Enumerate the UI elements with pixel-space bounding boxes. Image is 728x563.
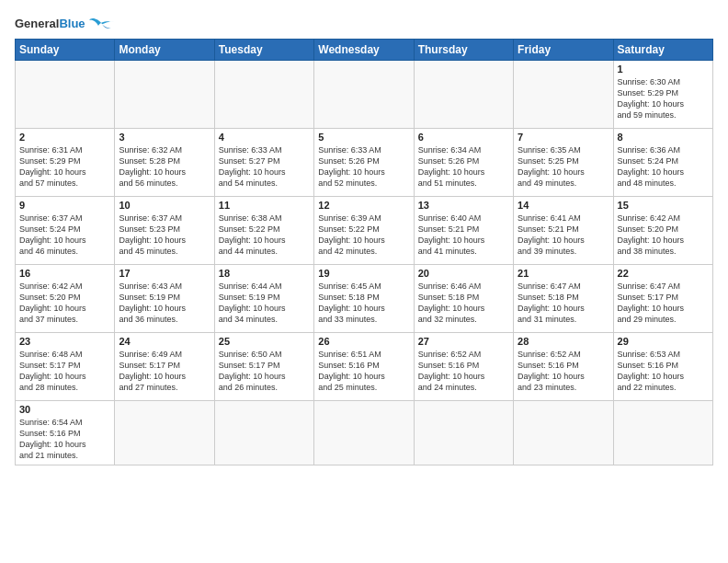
day-number: 10: [119, 200, 210, 211]
calendar-cell: 2Sunrise: 6:31 AM Sunset: 5:29 PM Daylig…: [16, 129, 115, 197]
calendar-cell: 3Sunrise: 6:32 AM Sunset: 5:28 PM Daylig…: [115, 129, 214, 197]
header: GeneralBlue: [15, 11, 713, 33]
day-number: 25: [219, 336, 310, 347]
day-info: Sunrise: 6:33 AM Sunset: 5:26 PM Dayligh…: [318, 144, 409, 190]
day-number: 22: [618, 268, 709, 279]
day-number: 30: [19, 404, 110, 415]
calendar-cell: 7Sunrise: 6:35 AM Sunset: 5:25 PM Daylig…: [514, 129, 613, 197]
logo-text: GeneralBlue: [15, 17, 85, 30]
calendar-week-row: 2Sunrise: 6:31 AM Sunset: 5:29 PM Daylig…: [16, 129, 713, 197]
calendar-cell: 6Sunrise: 6:34 AM Sunset: 5:26 PM Daylig…: [414, 129, 513, 197]
day-info: Sunrise: 6:30 AM Sunset: 5:29 PM Dayligh…: [618, 76, 709, 121]
calendar-cell: 9Sunrise: 6:37 AM Sunset: 5:24 PM Daylig…: [16, 197, 115, 265]
calendar-cell: [314, 401, 414, 465]
day-number: 8: [618, 132, 709, 143]
day-info: Sunrise: 6:45 AM Sunset: 5:18 PM Dayligh…: [318, 281, 409, 326]
logo: GeneralBlue: [15, 11, 115, 33]
calendar-week-row: 16Sunrise: 6:42 AM Sunset: 5:20 PM Dayli…: [16, 265, 713, 333]
col-header-thursday: Thursday: [414, 40, 513, 61]
day-info: Sunrise: 6:46 AM Sunset: 5:18 PM Dayligh…: [418, 281, 509, 326]
day-number: 9: [19, 200, 110, 211]
calendar-cell: 21Sunrise: 6:47 AM Sunset: 5:18 PM Dayli…: [514, 265, 613, 333]
day-number: 2: [19, 132, 110, 143]
day-number: 28: [518, 336, 609, 347]
col-header-monday: Monday: [115, 40, 214, 61]
calendar-cell: 17Sunrise: 6:43 AM Sunset: 5:19 PM Dayli…: [115, 265, 214, 333]
day-number: 13: [418, 200, 509, 211]
calendar: SundayMondayTuesdayWednesdayThursdayFrid…: [15, 39, 713, 465]
calendar-cell: [214, 61, 313, 129]
calendar-cell: 24Sunrise: 6:49 AM Sunset: 5:17 PM Dayli…: [115, 333, 214, 401]
day-info: Sunrise: 6:40 AM Sunset: 5:21 PM Dayligh…: [418, 213, 509, 258]
day-info: Sunrise: 6:33 AM Sunset: 5:27 PM Dayligh…: [219, 144, 310, 190]
col-header-sunday: Sunday: [16, 40, 115, 61]
calendar-cell: 20Sunrise: 6:46 AM Sunset: 5:18 PM Dayli…: [414, 265, 513, 333]
day-info: Sunrise: 6:47 AM Sunset: 5:17 PM Dayligh…: [618, 281, 709, 326]
calendar-cell: [613, 401, 712, 465]
calendar-cell: 10Sunrise: 6:37 AM Sunset: 5:23 PM Dayli…: [115, 197, 214, 265]
calendar-cell: [115, 61, 214, 129]
day-info: Sunrise: 6:43 AM Sunset: 5:19 PM Dayligh…: [119, 281, 210, 326]
day-number: 20: [418, 268, 509, 279]
day-info: Sunrise: 6:44 AM Sunset: 5:19 PM Dayligh…: [219, 281, 310, 326]
day-info: Sunrise: 6:35 AM Sunset: 5:25 PM Dayligh…: [518, 144, 609, 190]
calendar-cell: 15Sunrise: 6:42 AM Sunset: 5:20 PM Dayli…: [613, 197, 712, 265]
calendar-cell: 14Sunrise: 6:41 AM Sunset: 5:21 PM Dayli…: [514, 197, 613, 265]
day-number: 3: [119, 132, 210, 143]
day-number: 7: [518, 132, 609, 143]
col-header-tuesday: Tuesday: [214, 40, 313, 61]
day-info: Sunrise: 6:39 AM Sunset: 5:22 PM Dayligh…: [318, 213, 409, 258]
day-number: 29: [618, 336, 709, 347]
day-info: Sunrise: 6:34 AM Sunset: 5:26 PM Dayligh…: [418, 144, 509, 190]
day-info: Sunrise: 6:42 AM Sunset: 5:20 PM Dayligh…: [618, 213, 709, 258]
calendar-header-row: SundayMondayTuesdayWednesdayThursdayFrid…: [16, 40, 713, 61]
calendar-cell: 13Sunrise: 6:40 AM Sunset: 5:21 PM Dayli…: [414, 197, 513, 265]
calendar-cell: [115, 401, 214, 465]
day-number: 19: [318, 268, 409, 279]
day-info: Sunrise: 6:52 AM Sunset: 5:16 PM Dayligh…: [418, 349, 509, 394]
calendar-week-row: 30Sunrise: 6:54 AM Sunset: 5:16 PM Dayli…: [16, 401, 713, 465]
day-number: 18: [219, 268, 310, 279]
day-info: Sunrise: 6:49 AM Sunset: 5:17 PM Dayligh…: [119, 349, 210, 394]
logo-bird-icon: [89, 15, 115, 33]
day-number: 5: [318, 132, 409, 143]
calendar-cell: 27Sunrise: 6:52 AM Sunset: 5:16 PM Dayli…: [414, 333, 513, 401]
calendar-week-row: 9Sunrise: 6:37 AM Sunset: 5:24 PM Daylig…: [16, 197, 713, 265]
day-number: 1: [618, 63, 709, 75]
calendar-cell: 4Sunrise: 6:33 AM Sunset: 5:27 PM Daylig…: [214, 129, 313, 197]
day-info: Sunrise: 6:41 AM Sunset: 5:21 PM Dayligh…: [518, 213, 609, 258]
calendar-cell: 16Sunrise: 6:42 AM Sunset: 5:20 PM Dayli…: [16, 265, 115, 333]
calendar-cell: 8Sunrise: 6:36 AM Sunset: 5:24 PM Daylig…: [613, 129, 712, 197]
calendar-cell: [414, 61, 513, 129]
day-number: 15: [618, 200, 709, 211]
day-number: 23: [19, 336, 110, 347]
calendar-cell: 5Sunrise: 6:33 AM Sunset: 5:26 PM Daylig…: [314, 129, 414, 197]
calendar-cell: 26Sunrise: 6:51 AM Sunset: 5:16 PM Dayli…: [314, 333, 414, 401]
calendar-cell: 30Sunrise: 6:54 AM Sunset: 5:16 PM Dayli…: [16, 401, 115, 465]
calendar-cell: 19Sunrise: 6:45 AM Sunset: 5:18 PM Dayli…: [314, 265, 414, 333]
day-info: Sunrise: 6:48 AM Sunset: 5:17 PM Dayligh…: [19, 349, 110, 394]
day-info: Sunrise: 6:52 AM Sunset: 5:16 PM Dayligh…: [518, 349, 609, 394]
calendar-week-row: 1Sunrise: 6:30 AM Sunset: 5:29 PM Daylig…: [16, 61, 713, 129]
day-number: 17: [119, 268, 210, 279]
day-number: 6: [418, 132, 509, 143]
day-number: 16: [19, 268, 110, 279]
day-info: Sunrise: 6:54 AM Sunset: 5:16 PM Dayligh…: [19, 417, 110, 462]
col-header-saturday: Saturday: [613, 40, 712, 61]
day-info: Sunrise: 6:37 AM Sunset: 5:23 PM Dayligh…: [119, 213, 210, 258]
calendar-cell: [16, 61, 115, 129]
calendar-cell: [214, 401, 313, 465]
day-number: 21: [518, 268, 609, 279]
calendar-cell: 23Sunrise: 6:48 AM Sunset: 5:17 PM Dayli…: [16, 333, 115, 401]
calendar-cell: 22Sunrise: 6:47 AM Sunset: 5:17 PM Dayli…: [613, 265, 712, 333]
calendar-cell: 18Sunrise: 6:44 AM Sunset: 5:19 PM Dayli…: [214, 265, 313, 333]
day-number: 11: [219, 200, 310, 211]
day-info: Sunrise: 6:36 AM Sunset: 5:24 PM Dayligh…: [618, 144, 709, 190]
calendar-week-row: 23Sunrise: 6:48 AM Sunset: 5:17 PM Dayli…: [16, 333, 713, 401]
calendar-cell: [514, 61, 613, 129]
day-info: Sunrise: 6:31 AM Sunset: 5:29 PM Dayligh…: [19, 144, 110, 190]
calendar-cell: [414, 401, 513, 465]
calendar-cell: 28Sunrise: 6:52 AM Sunset: 5:16 PM Dayli…: [514, 333, 613, 401]
calendar-cell: 11Sunrise: 6:38 AM Sunset: 5:22 PM Dayli…: [214, 197, 313, 265]
day-info: Sunrise: 6:50 AM Sunset: 5:17 PM Dayligh…: [219, 349, 310, 394]
